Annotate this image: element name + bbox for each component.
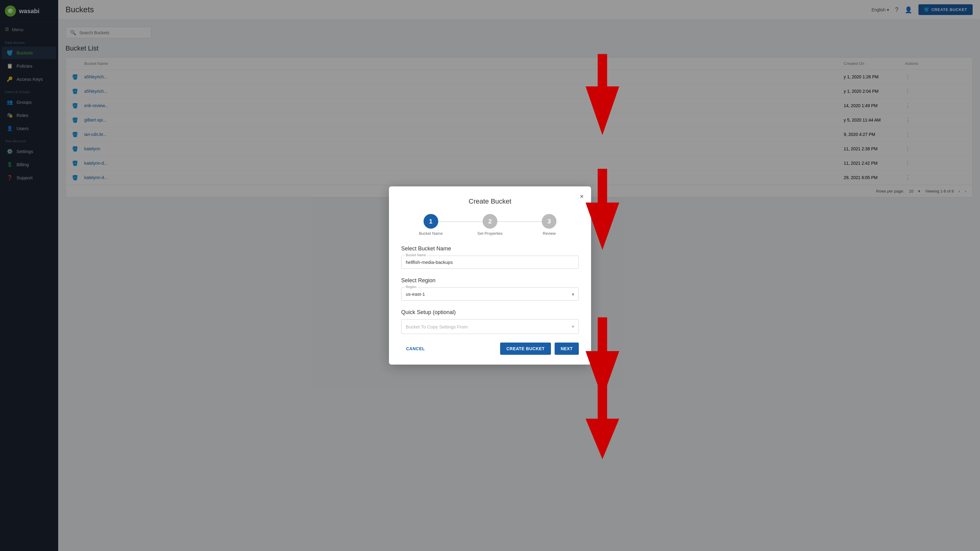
step-1: 1 Bucket Name: [401, 214, 460, 236]
bucket-name-section-title: Select Bucket Name: [401, 246, 579, 252]
step-circle-1: 1: [423, 214, 438, 229]
svg-marker-1: [585, 86, 619, 135]
svg-rect-2: [598, 54, 607, 87]
svg-rect-6: [598, 318, 607, 353]
svg-rect-8: [598, 385, 607, 420]
step-circle-3: 3: [542, 214, 557, 229]
step-label-3: Review: [542, 231, 556, 236]
bucket-name-input[interactable]: [406, 258, 574, 266]
next-button[interactable]: NEXT: [555, 343, 579, 355]
region-select[interactable]: us-east-1 us-west-1 eu-central-1: [406, 290, 574, 298]
step-label-1: Bucket Name: [419, 231, 443, 236]
svg-marker-7: [585, 419, 619, 459]
create-bucket-modal-button[interactable]: CREATE BUCKET: [500, 343, 550, 355]
modal-close-button[interactable]: ×: [580, 192, 584, 200]
quick-setup-title: Quick Setup (optional): [401, 309, 579, 316]
svg-rect-4: [598, 169, 607, 204]
bucket-name-field[interactable]: Bucket Name: [401, 256, 579, 269]
quick-setup-dropdown[interactable]: Bucket To Copy Settings From ▾: [401, 319, 579, 334]
step-2: 2 Set Properties: [460, 214, 519, 236]
quick-setup-section: Quick Setup (optional) Bucket To Copy Se…: [401, 309, 579, 334]
cancel-button[interactable]: CANCEL: [401, 343, 430, 354]
create-bucket-modal: × Create Bucket 1 Bucket Name 2 Set Prop…: [389, 186, 591, 365]
modal-overlay: × Create Bucket 1 Bucket Name 2 Set Prop…: [0, 0, 980, 551]
modal-actions-right: CREATE BUCKET NEXT: [500, 343, 579, 355]
bucket-name-section: Select Bucket Name Bucket Name: [401, 246, 579, 269]
step-circle-2: 2: [483, 214, 497, 229]
quick-setup-placeholder: Bucket To Copy Settings From: [406, 324, 468, 329]
region-label: Region: [404, 285, 418, 289]
region-field[interactable]: Region us-east-1 us-west-1 eu-central-1 …: [401, 287, 579, 301]
region-section-title: Select Region: [401, 277, 579, 284]
modal-footer: CANCEL CREATE BUCKET NEXT: [401, 343, 579, 355]
region-section: Select Region Region us-east-1 us-west-1…: [401, 277, 579, 301]
step-label-2: Set Properties: [477, 231, 503, 236]
quick-setup-dropdown-arrow: ▾: [572, 324, 574, 329]
bucket-name-label: Bucket Name: [404, 253, 427, 257]
modal-title: Create Bucket: [401, 197, 579, 205]
steps-indicator: 1 Bucket Name 2 Set Properties 3 Review: [401, 214, 579, 236]
step-3: 3 Review: [520, 214, 579, 236]
